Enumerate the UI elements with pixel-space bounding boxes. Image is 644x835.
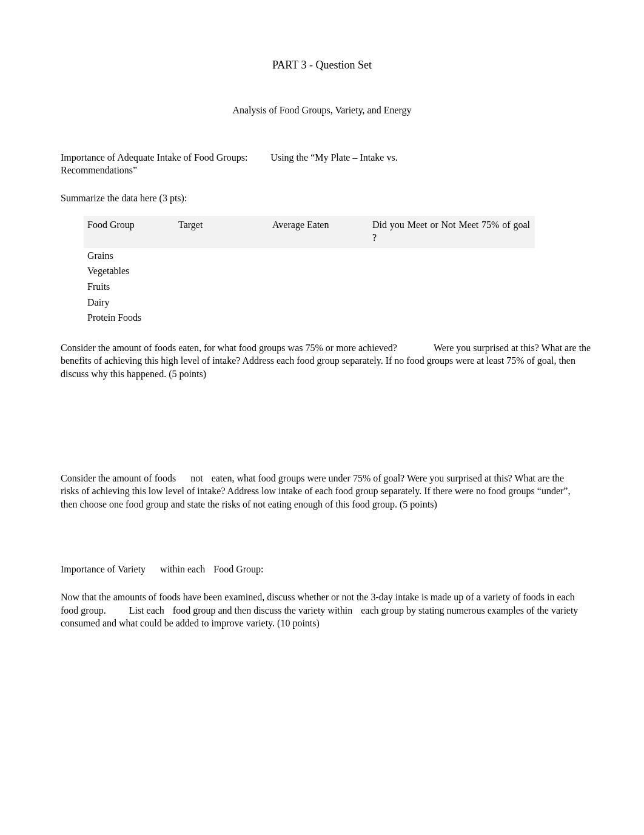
cell-food-group: Dairy <box>84 295 175 310</box>
table-row: Grains <box>84 248 535 264</box>
food-group-table: Food Group Target Average Eaten Did you … <box>84 216 535 326</box>
page-subtitle: Analysis of Food Groups, Variety, and En… <box>61 104 583 117</box>
section-intro: Importance of Adequate Intake of Food Gr… <box>61 151 583 177</box>
col-header-meet-goal: Did you Meet or Not Meet 75% of goal ? <box>369 216 535 248</box>
variety-heading: Importance of Varietywithin eachFood Gro… <box>61 563 583 576</box>
table-row: Dairy <box>84 295 535 310</box>
variety-para-b: List each <box>129 605 164 615</box>
intro-text-b: Using the “My Plate – Intake vs. <box>270 152 397 163</box>
cell-meet[interactable] <box>369 263 535 279</box>
cell-target[interactable] <box>175 279 269 295</box>
variety-para-c: food group and then discuss the variety <box>173 605 326 615</box>
cell-average[interactable] <box>269 248 369 264</box>
cell-meet[interactable] <box>369 295 535 310</box>
variety-heading-c: Food Group: <box>213 564 263 574</box>
q2-not: not <box>190 473 203 483</box>
cell-average[interactable] <box>269 279 369 295</box>
variety-para-d: within <box>327 605 352 615</box>
variety-heading-a: Importance of Variety <box>61 564 146 574</box>
cell-food-group: Vegetables <box>84 263 175 279</box>
cell-meet[interactable] <box>369 279 535 295</box>
cell-target[interactable] <box>175 263 269 279</box>
q2-tail: eaten, what food groups were under 75% o… <box>212 473 444 483</box>
cell-food-group: Fruits <box>84 279 175 295</box>
question-1: Consider the amount of foods eaten, for … <box>61 341 605 381</box>
cell-meet[interactable] <box>369 248 535 264</box>
cell-average[interactable] <box>269 263 369 279</box>
table-row: Vegetables <box>84 263 535 279</box>
cell-target[interactable] <box>175 248 269 264</box>
intro-text-c: Recommendations” <box>61 165 137 175</box>
cell-target[interactable] <box>175 310 269 326</box>
question-2: Consider the amount of foodsnoteaten, wh… <box>61 472 583 511</box>
page-title: PART 3 - Question Set <box>61 58 583 72</box>
summarize-label: Summarize the data here (3 pts): <box>61 192 583 205</box>
table-row: Protein Foods <box>84 310 535 326</box>
q1-part1: Consider the amount of foods eaten, for … <box>61 343 397 353</box>
table-row: Fruits <box>84 279 535 295</box>
col-header-average-eaten: Average Eaten <box>269 216 369 248</box>
q2-lead: Consider the amount of foods <box>61 473 176 483</box>
col-header-food-group: Food Group <box>84 216 175 248</box>
q1-part2: Were you <box>434 343 471 353</box>
cell-average[interactable] <box>269 310 369 326</box>
intro-text-a: Importance of Adequate Intake of Food Gr… <box>61 152 247 163</box>
cell-target[interactable] <box>175 295 269 310</box>
variety-heading-b: within each <box>160 564 205 574</box>
variety-paragraph: Now that the amounts of foods have been … <box>61 591 583 630</box>
cell-food-group: Protein Foods <box>84 310 175 326</box>
col-header-target: Target <box>175 216 269 248</box>
cell-average[interactable] <box>269 295 369 310</box>
cell-meet[interactable] <box>369 310 535 326</box>
cell-food-group: Grains <box>84 248 175 264</box>
